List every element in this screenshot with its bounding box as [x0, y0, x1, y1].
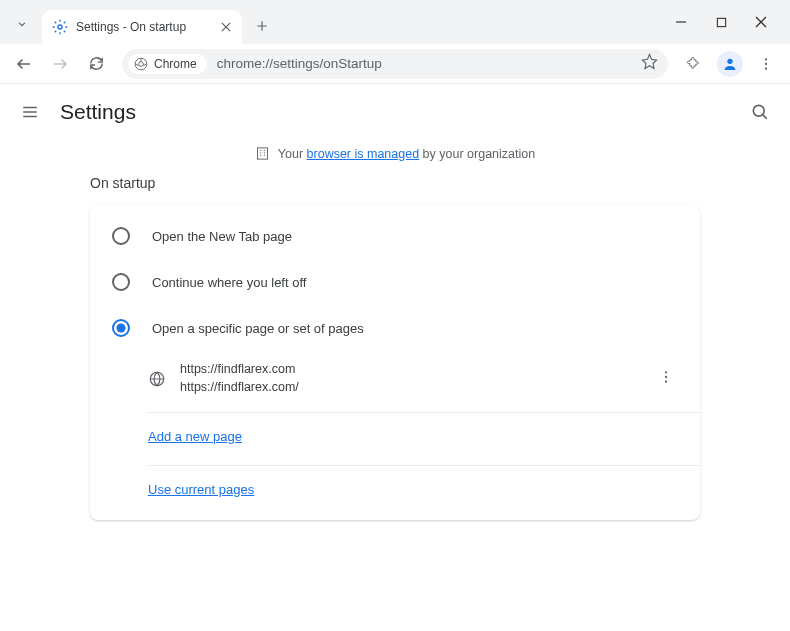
- startup-page-menu-button[interactable]: [654, 369, 678, 388]
- chrome-menu-button[interactable]: [750, 48, 782, 80]
- reload-button[interactable]: [80, 48, 112, 80]
- svg-point-11: [665, 371, 667, 373]
- chevron-down-icon: [15, 17, 29, 31]
- close-icon: [755, 16, 767, 28]
- maximize-icon: [716, 17, 727, 28]
- managed-link[interactable]: browser is managed: [307, 147, 420, 161]
- profile-avatar: [717, 51, 743, 77]
- url-text: chrome://settings/onStartup: [217, 56, 641, 71]
- maximize-button[interactable]: [712, 13, 730, 31]
- svg-point-4: [727, 58, 732, 63]
- managed-text: Your browser is managed by your organiza…: [278, 147, 535, 161]
- managed-banner: Your browser is managed by your organiza…: [0, 140, 790, 175]
- option-label: Open a specific page or set of pages: [152, 321, 364, 336]
- option-specific-pages[interactable]: Open a specific page or set of pages: [90, 305, 700, 351]
- site-chip-label: Chrome: [154, 57, 197, 71]
- page-title: Settings: [60, 100, 136, 124]
- arrow-right-icon: [51, 55, 69, 73]
- globe-icon: [148, 370, 166, 388]
- tab-title: Settings - On startup: [76, 20, 218, 34]
- tab-search-button[interactable]: [8, 10, 36, 38]
- profile-button[interactable]: [714, 48, 746, 80]
- search-settings-button[interactable]: [746, 98, 774, 126]
- svg-point-6: [765, 62, 767, 64]
- chrome-logo-icon: [134, 57, 148, 71]
- use-current-row: Use current pages: [90, 466, 700, 512]
- option-label: Open the New Tab page: [152, 229, 292, 244]
- startup-card: Open the New Tab page Continue where you…: [90, 205, 700, 520]
- svg-point-5: [765, 58, 767, 60]
- more-vertical-icon: [658, 369, 674, 385]
- add-page-row: Add a new page: [90, 413, 700, 459]
- svg-rect-9: [257, 148, 267, 159]
- svg-point-3: [139, 61, 144, 66]
- section-title: On startup: [90, 175, 700, 191]
- forward-button[interactable]: [44, 48, 76, 80]
- svg-point-8: [753, 105, 764, 116]
- close-window-button[interactable]: [752, 13, 770, 31]
- use-current-link[interactable]: Use current pages: [148, 482, 254, 497]
- option-label: Continue where you left off: [152, 275, 306, 290]
- window-controls: [672, 0, 786, 44]
- extensions-button[interactable]: [678, 48, 710, 80]
- hamburger-icon: [21, 103, 39, 121]
- option-new-tab[interactable]: Open the New Tab page: [90, 213, 700, 259]
- building-icon: [255, 146, 270, 161]
- radio-unchecked-icon: [112, 227, 130, 245]
- person-icon: [722, 56, 738, 72]
- window-titlebar: Settings - On startup: [0, 0, 790, 44]
- site-chip[interactable]: Chrome: [128, 54, 207, 74]
- settings-gear-icon: [52, 19, 68, 35]
- reload-icon: [88, 55, 105, 72]
- svg-point-13: [665, 381, 667, 383]
- more-vertical-icon: [758, 56, 774, 72]
- star-icon: [641, 53, 658, 70]
- startup-page-row: https://findflarex.com https://findflare…: [90, 351, 700, 406]
- startup-page-url: https://findflarex.com/: [180, 379, 654, 397]
- svg-rect-1: [717, 18, 725, 26]
- browser-toolbar: Chrome chrome://settings/onStartup: [0, 44, 790, 84]
- settings-content: On startup Open the New Tab page Continu…: [0, 175, 790, 520]
- new-tab-button[interactable]: [248, 12, 276, 40]
- settings-header: Settings: [0, 84, 790, 140]
- main-menu-button[interactable]: [16, 98, 44, 126]
- puzzle-icon: [686, 55, 703, 72]
- startup-page-title: https://findflarex.com: [180, 361, 654, 379]
- search-icon: [750, 102, 770, 122]
- address-bar[interactable]: Chrome chrome://settings/onStartup: [122, 49, 668, 79]
- option-continue[interactable]: Continue where you left off: [90, 259, 700, 305]
- bookmark-button[interactable]: [641, 53, 658, 74]
- svg-point-12: [665, 376, 667, 378]
- radio-checked-icon: [112, 319, 130, 337]
- browser-tab[interactable]: Settings - On startup: [42, 10, 242, 44]
- close-icon: [221, 22, 231, 32]
- startup-page-text: https://findflarex.com https://findflare…: [180, 361, 654, 396]
- back-button[interactable]: [8, 48, 40, 80]
- arrow-left-icon: [15, 55, 33, 73]
- radio-unchecked-icon: [112, 273, 130, 291]
- tab-close-button[interactable]: [218, 19, 234, 35]
- minimize-button[interactable]: [672, 13, 690, 31]
- add-page-link[interactable]: Add a new page: [148, 429, 242, 444]
- minimize-icon: [675, 16, 687, 28]
- plus-icon: [255, 19, 269, 33]
- svg-point-7: [765, 67, 767, 69]
- svg-point-0: [58, 25, 62, 29]
